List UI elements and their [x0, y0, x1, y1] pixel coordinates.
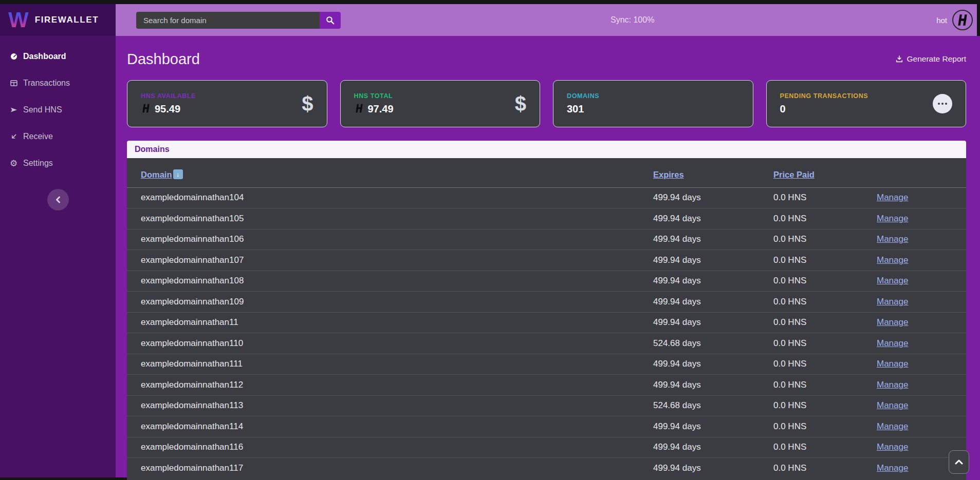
table-icon: [9, 79, 18, 88]
sidebar-item-label: Settings: [23, 159, 53, 168]
brand-name: FIREWALLET: [35, 15, 99, 25]
price-paid-cell: 0.0 HNS: [773, 187, 877, 208]
stat-cards: HNS AVAILABLE95.49$HNS TOTAL97.49$DOMAIN…: [127, 80, 966, 127]
expires-cell: 499.94 days: [653, 416, 773, 437]
sidebar: W FIREWALLET DashboardTransactionsSend H…: [0, 4, 116, 480]
window-right-border: [977, 4, 980, 36]
manage-link[interactable]: Manage: [877, 214, 908, 223]
price-paid-cell: 0.0 HNS: [773, 229, 877, 250]
domain-cell: exampledomainnathan110: [127, 333, 653, 354]
domain-cell: exampledomainnathan113: [127, 395, 653, 416]
manage-link[interactable]: Manage: [877, 317, 908, 327]
send-icon: [9, 106, 18, 114]
card-value: 95.49: [155, 103, 180, 115]
panel-title: Domains: [135, 145, 170, 154]
sort-by-expires-header[interactable]: Expires: [653, 170, 684, 179]
search-group: [136, 12, 341, 29]
table-row: exampledomainnathan106499.94 days0.0 HNS…: [127, 229, 966, 250]
card-value: 0: [780, 103, 786, 115]
sidebar-item-send-hns[interactable]: Send HNS: [0, 97, 116, 123]
expires-cell: 499.94 days: [653, 250, 773, 271]
domain-cell: exampledomainnathan112: [127, 375, 653, 396]
sort-by-domain-header[interactable]: Domain: [141, 170, 172, 179]
manage-link[interactable]: Manage: [877, 400, 908, 410]
manage-link[interactable]: Manage: [877, 463, 908, 473]
sidebar-collapse-button[interactable]: [47, 189, 69, 210]
price-paid-cell: 0.0 HNS: [773, 250, 877, 271]
price-paid-cell: 0.0 HNS: [773, 375, 877, 396]
firewallet-logo-icon: W: [8, 10, 29, 30]
domains-table: Domain↓ Expires Price Paid exampledomain…: [127, 158, 966, 478]
price-paid-cell: 0.0 HNS: [773, 416, 877, 437]
gauge-icon: [9, 52, 18, 61]
price-paid-cell: 0.0 HNS: [773, 354, 877, 375]
expires-cell: 499.94 days: [653, 208, 773, 229]
search-input[interactable]: [136, 12, 320, 29]
dollar-icon: $: [515, 92, 526, 116]
manage-link[interactable]: Manage: [877, 359, 908, 369]
expires-cell: 499.94 days: [653, 187, 773, 208]
scroll-to-top-button[interactable]: [949, 450, 969, 474]
price-paid-cell: 0.0 HNS: [773, 395, 877, 416]
domain-cell: exampledomainnathan108: [127, 271, 653, 292]
manage-link[interactable]: Manage: [877, 338, 908, 348]
table-row: exampledomainnathan107499.94 days0.0 HNS…: [127, 250, 966, 271]
card-label: HNS TOTAL: [354, 92, 394, 100]
hns-coin-icon: [354, 103, 364, 116]
card-pending-transactions: PENDING TRANSACTIONS0: [766, 80, 967, 127]
manage-link[interactable]: Manage: [877, 380, 908, 390]
sort-by-price-header[interactable]: Price Paid: [773, 170, 815, 179]
manage-link[interactable]: Manage: [877, 255, 908, 265]
sidebar-item-label: Send HNS: [23, 105, 62, 114]
table-row: exampledomainnathan116499.94 days0.0 HNS…: [127, 437, 966, 458]
manage-link[interactable]: Manage: [877, 193, 908, 202]
table-row: exampledomainnathan112499.94 days0.0 HNS…: [127, 375, 966, 396]
sidebar-item-dashboard[interactable]: Dashboard: [0, 43, 116, 70]
expires-cell: 524.68 days: [653, 395, 773, 416]
manage-link[interactable]: Manage: [877, 442, 908, 452]
chevron-up-icon: [955, 459, 963, 465]
chevron-left-icon: [55, 196, 61, 203]
table-row: exampledomainnathan117499.94 days0.0 HNS…: [127, 458, 966, 479]
table-row: exampledomainnathan104499.94 days0.0 HNS…: [127, 187, 966, 208]
ellipsis-menu-icon[interactable]: [933, 94, 952, 113]
table-row: exampledomainnathan105499.94 days0.0 HNS…: [127, 208, 966, 229]
hns-coin-icon: [354, 103, 364, 113]
domains-panel: Domains Domain↓ Expires: [127, 141, 966, 480]
expires-cell: 499.94 days: [653, 229, 773, 250]
domain-cell: exampledomainnathan114: [127, 416, 653, 437]
search-button[interactable]: [320, 12, 341, 29]
manage-link[interactable]: Manage: [877, 276, 908, 285]
download-icon: [895, 55, 903, 63]
sidebar-item-label: Dashboard: [23, 52, 66, 61]
expires-cell: 499.94 days: [653, 271, 773, 292]
sidebar-item-settings[interactable]: ⚙Settings: [0, 150, 116, 177]
app-window: W FIREWALLET DashboardTransactionsSend H…: [0, 0, 980, 480]
domain-cell: exampledomainnathan109: [127, 292, 653, 313]
generate-report-label: Generate Report: [907, 54, 966, 64]
handshake-wallet-icon[interactable]: [952, 10, 973, 30]
brand-header: W FIREWALLET: [0, 4, 116, 36]
expires-cell: 499.94 days: [653, 292, 773, 313]
card-domains: DOMAINS301: [553, 80, 753, 127]
expires-cell: 499.94 days: [653, 458, 773, 479]
generate-report-button[interactable]: Generate Report: [895, 54, 966, 64]
sort-descending-icon: ↓: [173, 169, 183, 179]
card-value: 97.49: [368, 103, 394, 115]
domain-cell: exampledomainnathan116: [127, 437, 653, 458]
table-row: exampledomainnathan108499.94 days0.0 HNS…: [127, 271, 966, 292]
domain-cell: exampledomainnathan105: [127, 208, 653, 229]
sidebar-item-receive[interactable]: Receive: [0, 123, 116, 150]
domains-table-body: Domain↓ Expires Price Paid exampledomain…: [127, 158, 966, 480]
hns-coin-icon: [141, 103, 151, 113]
manage-link[interactable]: Manage: [877, 421, 908, 431]
price-paid-cell: 0.0 HNS: [773, 437, 877, 458]
domain-cell: exampledomainnathan11: [127, 312, 653, 333]
sidebar-item-transactions[interactable]: Transactions: [0, 70, 116, 97]
domain-cell: exampledomainnathan111: [127, 354, 653, 375]
table-row: exampledomainnathan11499.94 days0.0 HNSM…: [127, 312, 966, 333]
manage-link[interactable]: Manage: [877, 297, 908, 306]
price-paid-cell: 0.0 HNS: [773, 312, 877, 333]
manage-link[interactable]: Manage: [877, 234, 908, 244]
hns-coin-icon: [141, 103, 151, 116]
